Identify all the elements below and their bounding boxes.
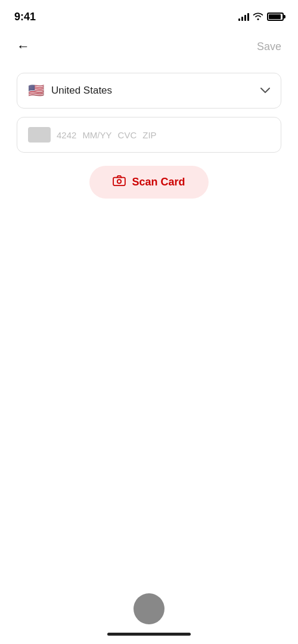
country-left: 🇺🇸 United States — [28, 83, 112, 98]
back-button[interactable]: ← — [14, 36, 32, 57]
wifi-icon — [253, 12, 263, 22]
scan-card-label: Scan Card — [132, 176, 185, 188]
card-fields: 4242 MM/YY CVC ZIP — [57, 130, 270, 140]
home-button[interactable] — [134, 593, 164, 624]
card-input-row[interactable]: 4242 MM/YY CVC ZIP — [17, 117, 281, 153]
home-area — [0, 584, 298, 644]
card-placeholder-icon — [28, 127, 51, 143]
content-area: 🇺🇸 United States 4242 MM/YY CVC ZIP Scan — [0, 63, 298, 208]
svg-rect-0 — [114, 178, 126, 186]
camera-card-icon — [113, 175, 126, 189]
svg-point-1 — [117, 179, 121, 183]
card-number-placeholder: 4242 — [57, 130, 76, 140]
scan-card-button[interactable]: Scan Card — [89, 166, 209, 199]
battery-icon — [267, 13, 284, 21]
country-selector[interactable]: 🇺🇸 United States — [17, 73, 281, 109]
status-bar: 9:41 — [0, 0, 298, 30]
status-icons — [238, 12, 284, 22]
nav-bar: ← Save — [0, 30, 298, 63]
country-name: United States — [51, 85, 112, 97]
expiry-placeholder: MM/YY — [82, 130, 111, 140]
signal-icon — [238, 13, 249, 21]
cvc-placeholder: CVC — [118, 130, 137, 140]
chevron-down-icon — [260, 85, 270, 96]
flag-icon: 🇺🇸 — [28, 83, 44, 98]
home-indicator — [107, 633, 191, 636]
status-time: 9:41 — [14, 11, 36, 23]
zip-placeholder: ZIP — [142, 130, 156, 140]
save-button[interactable]: Save — [254, 38, 284, 55]
